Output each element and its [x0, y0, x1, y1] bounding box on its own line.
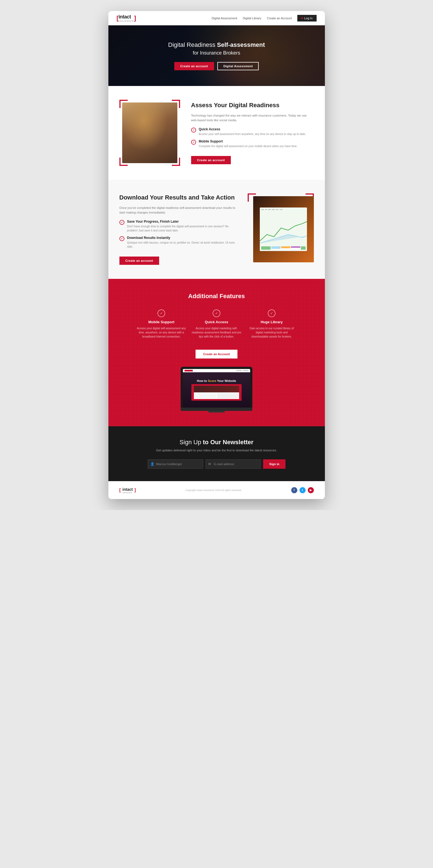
assess-content: Assess Your Digital Readiness Technology… — [191, 101, 314, 164]
assess-feature-desc-2: Complete the digital self-assessment on … — [199, 144, 297, 148]
assess-heading: Assess Your Digital Readiness — [191, 101, 314, 110]
logo-bracket-open: [ — [117, 14, 119, 22]
hero-subtitle: for Insurance Brokers — [168, 50, 265, 56]
hero-title-bold: Self-assessment — [217, 41, 265, 48]
person-icon: 👤 — [150, 462, 154, 466]
score-highlight: Score — [208, 379, 216, 382]
download-section: Download Your Results and Take Action On… — [108, 180, 325, 279]
newsletter-section: Sign Up to Our Newsletter Get updates de… — [108, 426, 325, 481]
browser-wrapper: [ intact INSURANCE ] Digital Assessment … — [108, 11, 325, 499]
assess-feature-title-2: Mobile Support — [199, 140, 297, 143]
footer-logo-bracket-open: [ — [119, 488, 121, 493]
footer-logo-text: intact — [122, 487, 133, 492]
features-section: Additional Features ✓ Mobile Support Acc… — [108, 279, 325, 426]
twitter-icon[interactable]: t — [299, 487, 306, 493]
email-icon: ✉ — [208, 462, 211, 466]
download-text: Once you've completed the digital readin… — [119, 206, 237, 215]
login-dot-icon — [301, 18, 303, 19]
email-input-wrapper: ✉ — [205, 459, 261, 469]
download-image: 20001.953,0004,9832,3157,205 — [253, 196, 314, 262]
laptop-mockup: 20001.953,0004,9832,3157,205 — [253, 196, 314, 262]
download-feature-title-2: Download Results Instantly — [127, 236, 237, 240]
newsletter-form: 👤 ✉ Sign in — [148, 459, 285, 469]
download-feature-2: Download Results Instantly Quisque non n… — [119, 236, 237, 249]
logo-sub: INSURANCE — [119, 20, 134, 22]
laptop-inner-content — [194, 386, 239, 399]
assess-text: Technology has changed the way we intera… — [191, 113, 314, 123]
newsletter-title: Sign Up to Our Newsletter — [119, 439, 314, 446]
logo-bracket-close: ] — [134, 14, 136, 22]
assess-feature-1: Quick Access Access your self-assessment… — [191, 127, 314, 136]
nav-create-account[interactable]: Create an Account — [267, 17, 292, 20]
laptop-screen-outer: How to Score Your Website — [181, 367, 252, 407]
download-cta-button[interactable]: Create an account — [119, 256, 159, 265]
login-label: Log In — [304, 17, 313, 20]
download-feature-text-2: Download Results Instantly Quisque non n… — [127, 236, 237, 249]
download-feature-title-1: Save Your Progress, Finish Later — [127, 220, 237, 223]
laptop-preview: How to Score Your Website — [181, 367, 252, 412]
assess-cta-button[interactable]: Create an account — [191, 156, 231, 164]
youtube-icon[interactable]: ▶ — [308, 487, 314, 493]
assess-feature-text-2: Mobile Support Complete the digital self… — [199, 140, 297, 148]
assess-feature-desc-1: Access your self-assessment from anywher… — [199, 132, 306, 136]
laptop-screen-inner: How to Score Your Website — [183, 369, 250, 407]
footer: [ intact INSURANCE ] Copyright Intact In… — [108, 481, 325, 499]
download-heading: Download Your Results and Take Action — [119, 194, 237, 202]
download-image-wrapper: 20001.953,0004,9832,3157,205 — [248, 193, 314, 265]
footer-copyright: Copyright Intact Insurance 2018 All righ… — [136, 489, 291, 492]
email-input[interactable] — [205, 459, 261, 469]
hero-buttons: Create an account Digital Assessment — [168, 62, 265, 70]
download-feature-1: Save Your Progress, Finish Later Don't h… — [119, 220, 237, 232]
name-input-wrapper: 👤 — [148, 459, 203, 469]
signin-button[interactable]: Sign in — [263, 459, 285, 469]
assess-feature-title-1: Quick Access — [199, 127, 306, 131]
newsletter-title-bold: to Our Newsletter — [203, 439, 254, 445]
assess-person-illustration — [122, 102, 177, 163]
laptop-base — [181, 407, 252, 411]
hero-title: Digital Readiness Self-assessment — [168, 41, 265, 49]
assess-feature-2: Mobile Support Complete the digital self… — [191, 140, 314, 148]
laptop-stand — [208, 411, 225, 412]
nav-digital-assessment[interactable]: Digital Assessment — [211, 17, 237, 20]
download-feature-text-1: Save Your Progress, Finish Later Don't h… — [127, 220, 237, 232]
nav-links: Digital Assessment Digital Library Creat… — [211, 15, 316, 22]
logo: [ intact INSURANCE ] — [117, 14, 136, 22]
check-icon-4 — [119, 236, 124, 241]
navbar: [ intact INSURANCE ] Digital Assessment … — [108, 11, 325, 25]
laptop-score-text: How to Score Your Website — [197, 379, 236, 382]
newsletter-title-normal: Sign Up — [179, 439, 203, 445]
hero-digital-assessment-button[interactable]: Digital Assessment — [217, 62, 259, 70]
footer-logo-sub: INSURANCE — [122, 492, 133, 494]
download-content: Download Your Results and Take Action On… — [119, 194, 237, 265]
laptop-screen-content: How to Score Your Website — [183, 369, 250, 407]
hero-title-normal: Digital Readiness — [168, 41, 217, 48]
login-button[interactable]: Log In — [297, 15, 317, 22]
nav-digital-library[interactable]: Digital Library — [243, 17, 261, 20]
laptop-inner-mockup — [192, 384, 241, 401]
check-icon-3 — [119, 220, 124, 225]
check-icon-2 — [191, 140, 196, 145]
assess-feature-text-1: Quick Access Access your self-assessment… — [199, 127, 306, 136]
logo-text: intact — [119, 14, 131, 20]
hero-create-account-button[interactable]: Create an account — [174, 62, 214, 70]
name-input[interactable] — [148, 459, 203, 469]
facebook-icon[interactable]: f — [291, 487, 297, 493]
newsletter-subtitle: Get updates delivered right to your inbo… — [119, 448, 314, 453]
hero-section: Digital Readiness Self-assessment for In… — [108, 25, 325, 86]
footer-social: f t ▶ — [291, 487, 314, 493]
assess-image-wrapper — [119, 100, 180, 166]
hero-content: Digital Readiness Self-assessment for In… — [163, 41, 270, 70]
download-feature-desc-2: Quisque non nibh taucius, congue mi ut, … — [127, 241, 237, 249]
assess-image — [122, 102, 177, 163]
check-icon-1 — [191, 128, 196, 132]
download-feature-desc-1: Don't have enough time to complete the d… — [127, 224, 237, 232]
assess-section: Assess Your Digital Readiness Technology… — [108, 86, 325, 180]
footer-logo: [ intact INSURANCE ] — [119, 487, 136, 494]
